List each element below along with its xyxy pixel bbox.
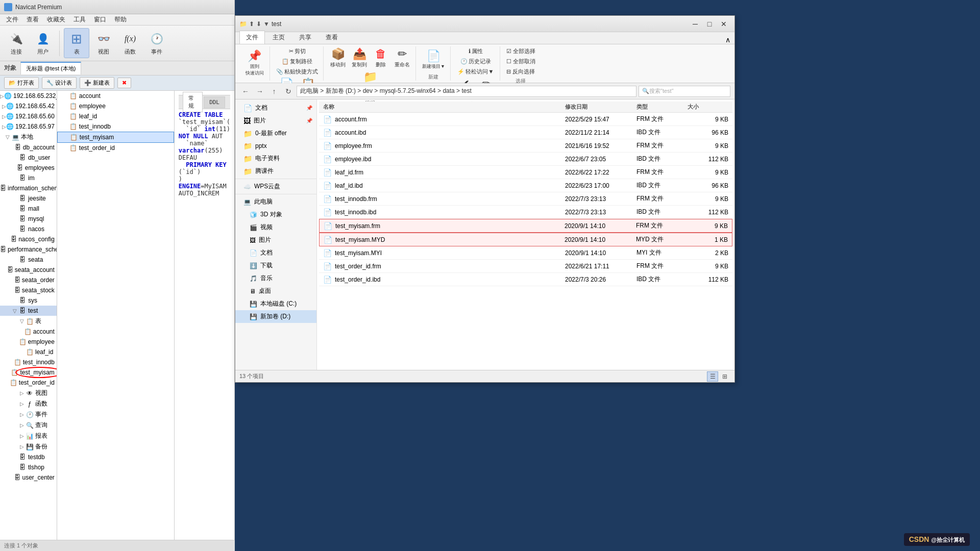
- delete-table-btn[interactable]: ✖: [117, 78, 131, 88]
- tree-server-3[interactable]: ▷ 🌐 192.168.65.60: [0, 111, 57, 121]
- properties-btn[interactable]: ℹ 属性: [467, 46, 485, 56]
- table-item-leaf_id[interactable]: 📋 leaf_id: [57, 111, 174, 121]
- ribbon-tab-home[interactable]: 主页: [266, 31, 291, 44]
- tree-tables-category[interactable]: ▽ 📋 表: [0, 316, 57, 327]
- tool-function[interactable]: f(x) 函数: [118, 29, 142, 58]
- easy-access-btn[interactable]: ⚡ 轻松访问▼: [455, 67, 496, 77]
- table-item-employee[interactable]: 📋 employee: [57, 101, 174, 111]
- back-btn[interactable]: ←: [239, 85, 252, 97]
- tree-cat-视图[interactable]: ▷ 👁 视图: [0, 388, 57, 398]
- delete-btn[interactable]: 🗑 删除: [371, 46, 391, 69]
- tree-db-db_account[interactable]: 🗄 db_account: [0, 142, 57, 153]
- search-box[interactable]: 🔍 搜索"test": [639, 86, 730, 97]
- history-btn[interactable]: 🕐 历史记录: [458, 57, 493, 66]
- object-tab[interactable]: 无标题 @test (本地): [20, 62, 81, 74]
- file-row[interactable]: 📄 test_innodb.frm 2022/7/3 23:13 FRM 文件 …: [319, 192, 732, 206]
- tree-server-2[interactable]: ▷ 🌐 192.168.65.42: [0, 101, 57, 111]
- paste-shortcut-btn[interactable]: 📎 粘贴快捷方式: [274, 67, 320, 77]
- file-row[interactable]: 📄 leaf_id.frm 2022/6/22 17:22 FRM 文件 9 K…: [319, 166, 732, 179]
- file-row[interactable]: 📄 account.frm 2022/5/29 15:47 FRM 文件 9 K…: [319, 113, 732, 126]
- menu-file[interactable]: 文件: [2, 14, 22, 25]
- forward-btn[interactable]: →: [254, 85, 266, 97]
- tree-db-seata_account[interactable]: 🗄 seata_account: [0, 265, 57, 275]
- ribbon-tab-share[interactable]: 共享: [292, 31, 318, 44]
- tree-table-test_myisam[interactable]: 📋 test_myisam: [0, 367, 57, 378]
- copy-to-btn[interactable]: 📤 复制到: [349, 46, 370, 69]
- nav-item-documents[interactable]: 📄 文档 📌: [235, 102, 316, 114]
- tool-view[interactable]: 👓 视图: [91, 29, 116, 58]
- pin-btn[interactable]: 📌 固到快速访问: [243, 48, 266, 78]
- tree-db-nacos_config[interactable]: 🗄 nacos_config: [0, 234, 57, 244]
- tree-db-testdb[interactable]: 🗄 testdb: [0, 452, 57, 462]
- tree-table-leaf_id[interactable]: 📋 leaf_id: [0, 347, 57, 357]
- menu-help[interactable]: 帮助: [110, 14, 131, 25]
- ribbon-tab-view[interactable]: 查看: [319, 31, 345, 44]
- tree-db-db_user[interactable]: 🗄 db_user: [0, 153, 57, 163]
- tree-cat-备份[interactable]: ▷ 💾 备份: [0, 441, 57, 452]
- tree-db-user_center[interactable]: 🗄 user_center: [0, 472, 57, 483]
- nav-item-offer[interactable]: 📁 0-最新 offer: [235, 127, 316, 140]
- select-all-btn[interactable]: ☑ 全部选择: [504, 46, 537, 56]
- tab-normal[interactable]: 常规: [183, 92, 203, 112]
- tab-ddl[interactable]: DDL: [204, 96, 225, 108]
- refresh-btn[interactable]: ↻: [282, 85, 295, 97]
- tool-event[interactable]: 🕐 事件: [144, 29, 169, 58]
- nav-item-pictures[interactable]: 🖼 图片 📌: [235, 114, 316, 127]
- file-row[interactable]: 📄 account.ibd 2022/11/2 21:14 IBD 文件 96 …: [319, 126, 732, 139]
- file-row[interactable]: 📄 employee.frm 2021/6/16 19:52 FRM 文件 9 …: [319, 139, 732, 153]
- tree-server-4[interactable]: ▷ 🌐 192.168.65.97: [0, 121, 57, 132]
- file-row[interactable]: 📄 test_myisam.MYI 2020/9/1 14:10 MYI 文件 …: [319, 246, 732, 260]
- tree-db-tlshop[interactable]: 🗄 tlshop: [0, 462, 57, 472]
- cut-btn[interactable]: ✂ 剪切: [287, 46, 308, 56]
- tree-table-employee[interactable]: 📋 employee: [0, 337, 57, 347]
- move-to-btn[interactable]: 📦 移动到: [328, 46, 348, 69]
- nav-item-download[interactable]: ⬇️ 下载: [235, 259, 316, 272]
- maximize-btn[interactable]: □: [703, 19, 716, 29]
- tree-db-performance_schema[interactable]: 🗄 performance_schema: [0, 244, 57, 255]
- menu-tools[interactable]: 工具: [69, 14, 90, 25]
- tree-local[interactable]: ▽ 💻 本地: [0, 132, 57, 142]
- nav-item-cdrive[interactable]: 💾 本地磁盘 (C:): [235, 297, 316, 310]
- tree-cat-报表[interactable]: ▷ 📊 报表: [0, 431, 57, 441]
- menu-window[interactable]: 窗口: [90, 14, 110, 25]
- table-item-account[interactable]: 📋 account: [57, 91, 174, 101]
- tree-db-test[interactable]: ▽ 🗄 test: [0, 306, 57, 316]
- nav-item-pic2[interactable]: 🖼 图片: [235, 234, 316, 246]
- tree-db-jeesite[interactable]: 🗄 jeesite: [0, 193, 57, 204]
- nav-item-pc[interactable]: 💻 此电脑: [235, 195, 316, 208]
- nav-item-video[interactable]: 🎬 视频: [235, 221, 316, 234]
- nav-item-doc2[interactable]: 📄 文档: [235, 246, 316, 259]
- nav-item-3d[interactable]: 🧊 3D 对象: [235, 208, 316, 221]
- minimize-btn[interactable]: ─: [689, 19, 702, 29]
- tree-db-mysql[interactable]: 🗄 mysql: [0, 214, 57, 224]
- tree-db-seata_stock[interactable]: 🗄 seata_stock: [0, 285, 57, 295]
- table-item-test_innodb[interactable]: 📋 test_innodb: [57, 121, 174, 132]
- invert-select-btn[interactable]: ⊟ 反向选择: [504, 67, 537, 77]
- tree-table-test_innodb[interactable]: 📋 test_innodb: [0, 357, 57, 367]
- tree-db-information_schema[interactable]: 🗄 information_schema: [0, 183, 57, 193]
- tree-cat-查询[interactable]: ▷ 🔍 查询: [0, 420, 57, 431]
- ribbon-collapse-btn[interactable]: ∧: [725, 36, 730, 44]
- nav-item-ddrive[interactable]: 💾 新加卷 (D:): [235, 310, 316, 323]
- tree-db-mall[interactable]: 🗄 mall: [0, 204, 57, 214]
- tool-user[interactable]: 👤 用户: [31, 29, 55, 58]
- file-row[interactable]: 📄 leaf_id.ibd 2022/6/23 17:00 IBD 文件 96 …: [319, 179, 732, 192]
- tree-db-employees[interactable]: 🗄 employees: [0, 163, 57, 173]
- menu-favorites[interactable]: 收藏夹: [43, 14, 69, 25]
- rename-btn[interactable]: ✏ 重命名: [392, 46, 412, 69]
- detail-view-btn[interactable]: ⊞: [719, 371, 730, 382]
- new-table-btn[interactable]: ➕ 新建表: [80, 77, 114, 89]
- file-row[interactable]: 📄 test_myisam.frm 2020/9/1 14:10 FRM 文件 …: [319, 219, 732, 233]
- copy-path-btn[interactable]: 📋 复制路径: [280, 57, 314, 66]
- design-table-btn[interactable]: 🔧 设计表: [42, 77, 77, 89]
- tree-db-sys[interactable]: 🗄 sys: [0, 295, 57, 306]
- tree-db-seata[interactable]: 🗄 seata: [0, 255, 57, 265]
- open-table-btn[interactable]: 📂 打开表: [4, 77, 39, 89]
- file-row[interactable]: 📄 test_myisam.MYD 2020/9/1 14:10 MYD 文件 …: [319, 233, 732, 246]
- tree-table-test_order_id[interactable]: 📋 test_order_id: [0, 378, 57, 388]
- tree-table-account[interactable]: 📋 account: [0, 327, 57, 337]
- nav-item-music[interactable]: 🎵 音乐: [235, 272, 316, 285]
- new-item-btn[interactable]: 📄 新建项目▼: [420, 48, 447, 71]
- nav-item-pptx[interactable]: 📁 pptx: [235, 140, 316, 152]
- up-btn[interactable]: ↑: [268, 85, 280, 97]
